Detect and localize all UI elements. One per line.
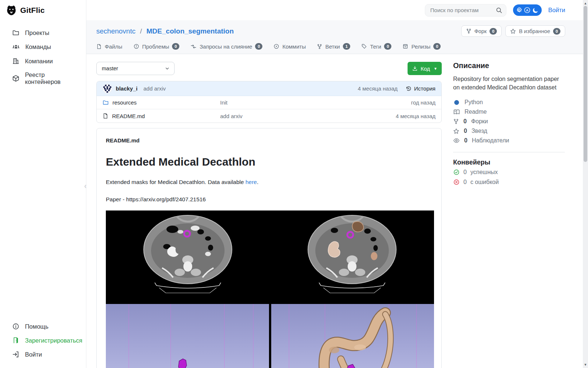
tab-merge-requests[interactable]: Запросы на слияние 0 [190,43,262,50]
sidebar-item-label: Помощь [25,323,49,330]
breadcrumb-repo-link[interactable]: MDE_colon_segmentation [147,27,234,35]
pipelines-success-count: 0 [463,169,467,176]
folder-icon [103,99,109,106]
sidebar-item-login[interactable]: Войти [0,347,86,361]
language-dot-icon [454,100,459,105]
readme-intro-text: Extended masks for Medical Decathlon. Da… [106,179,245,185]
file-row-readme[interactable]: README.md add arxiv 4 месяца назад [97,109,441,123]
building-icon [12,57,19,65]
readme-figure [106,210,434,368]
scrollbar-down-arrow[interactable]: ▼ [583,362,588,367]
sidebar-item-teams[interactable]: Команды [0,40,86,54]
tab-files[interactable]: Файлы [96,43,122,50]
file-commit-message[interactable]: add arxiv [220,113,396,119]
breadcrumb-separator: / [140,27,142,35]
svg-text:A: A [526,8,529,12]
breadcrumb-owner-link[interactable]: sechenovntc [96,27,136,35]
history-link[interactable]: История [406,85,435,92]
sidebar-item-container-registry[interactable]: Реестр контейнеров [0,68,86,89]
file-row-resources[interactable]: resources Init год назад [97,96,441,109]
meta-watchers[interactable]: 0 Наблюдатели [453,136,565,145]
pipelines-failed[interactable]: 0 с ошибкой [453,178,565,186]
readme-data-link[interactable]: here [245,179,257,185]
favorite-button[interactable]: В избранное 0 [505,25,565,37]
pipelines-success[interactable]: 0 успешных [453,168,565,176]
tab-commits[interactable]: Коммиты [273,43,306,50]
pipelines-success-label: успешных [470,169,498,176]
theme-settings-icon[interactable] [516,7,523,14]
dark-mode-moon-icon[interactable] [532,7,539,14]
pipelines-failed-label: с ошибкой [470,179,499,185]
readme-label: Readme [465,109,487,115]
check-circle-icon [453,169,460,176]
tab-label: Ветки [325,43,340,50]
readme-filename: README.md [106,137,432,144]
appearance-settings-pill: A [513,4,542,16]
commit-icon [273,43,279,49]
x-circle-icon [453,179,460,185]
ct-slice-left [133,213,243,296]
tab-count-badge: 0 [384,43,391,50]
favorite-count-badge: 0 [553,28,560,35]
sidebar-item-companies[interactable]: Компании [0,54,86,68]
accessibility-font-icon[interactable]: A [524,7,531,14]
top-navbar: GitFlic [0,0,583,20]
scrollbar-thumb[interactable] [584,6,587,162]
meta-readme[interactable]: Readme [453,107,565,117]
brand[interactable]: GitFlic [0,0,86,20]
sidebar-item-projects[interactable]: Проекты [0,26,86,40]
repo-header: sechenovntc / MDE_colon_segmentation Фор… [86,20,583,54]
tab-branches[interactable]: Ветки 1 [317,43,350,50]
readme-intro-period: . [257,179,258,185]
last-commit-row: blacky_i add arxiv 4 месяца назад Истори… [97,81,441,96]
code-download-button[interactable]: Код ▼ [408,62,442,75]
meta-forks[interactable]: 0 Форки [453,117,565,126]
tab-label: Релизы [411,43,430,50]
file-name[interactable]: README.md [112,113,145,119]
readme-card: README.md Extended Medical Decathlon Ext… [96,128,442,368]
sidebar-item-label: Проекты [25,29,49,36]
fork-icon [453,118,459,124]
search-input[interactable] [425,4,506,17]
file-commit-time: год назад [411,99,435,106]
ct-slice-right [297,213,407,296]
door-icon [12,337,19,344]
watchers-label: Наблюдатели [472,137,509,144]
tab-releases[interactable]: Релизы 0 [402,43,441,50]
description-text: Repository for colon segmentation paper … [453,75,565,92]
readme-title: Extended Medical Decathlon [106,156,432,168]
cube-icon [12,75,19,82]
pipelines-title: Конвейеры [453,159,565,166]
people-icon [12,43,20,51]
left-sidebar: Проекты Команды [0,20,86,368]
tab-count-badge: 0 [433,43,441,50]
sidebar-item-register[interactable]: Зарегистрироваться [0,333,86,347]
tab-tags[interactable]: Теги 0 [361,43,392,50]
commit-author[interactable]: blacky_i [116,85,137,92]
commit-message[interactable]: add arxiv [143,85,166,92]
book-icon [453,109,460,116]
language-label: Python [465,99,483,106]
tab-label: Проблемы [142,43,169,50]
tag-icon [361,43,367,49]
search-icon[interactable] [495,7,503,14]
history-icon [406,86,412,92]
navbar-login-link[interactable]: Войти [548,7,565,14]
branch-selector-value: master [102,66,118,71]
sidebar-item-help[interactable]: Помощь [0,319,86,333]
page-scrollbar[interactable]: ▲ ▼ [583,0,588,368]
file-commit-message[interactable]: Init [220,99,411,106]
chevron-down-icon [165,66,170,71]
fork-button[interactable]: Форк 0 [461,25,502,37]
scrollbar-up-arrow[interactable]: ▲ [583,1,588,6]
file-name[interactable]: resources [112,99,137,106]
star-icon [510,28,516,34]
tab-issues[interactable]: Проблемы 0 [133,43,180,50]
meta-stars[interactable]: 0 Звезд [453,126,565,136]
forks-count: 0 [463,118,467,125]
file-icon [103,113,108,119]
avatar[interactable] [103,84,112,93]
sidebar-item-label: Зарегистрироваться [25,337,82,344]
project-search [425,4,506,17]
branch-selector[interactable]: master [96,62,175,75]
